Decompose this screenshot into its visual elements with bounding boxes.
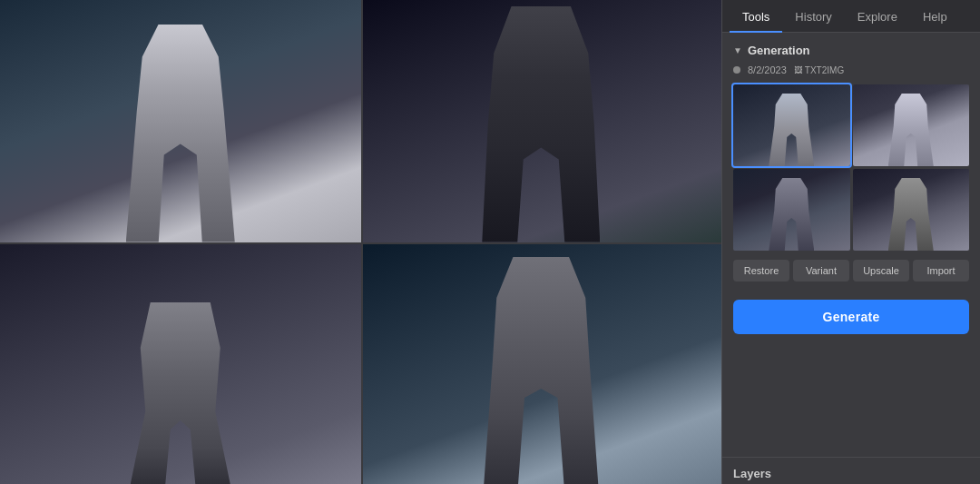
right-panel: Tools History Explore Help ▼ Generation … — [721, 0, 980, 484]
tab-explore[interactable]: Explore — [845, 3, 910, 33]
layers-label: Layers — [733, 467, 771, 480]
meta-dot — [733, 66, 740, 74]
tab-tools[interactable]: Tools — [730, 3, 782, 33]
section-header: ▼ Generation — [733, 44, 969, 57]
canvas-area — [0, 0, 721, 484]
meta-badge: TXT2IMG — [794, 65, 844, 75]
canvas-image-1[interactable] — [0, 0, 361, 242]
generation-title: Generation — [748, 44, 810, 57]
thumbnail-3[interactable] — [733, 169, 850, 251]
canvas-image-3[interactable] — [0, 242, 361, 485]
canvas-image-2[interactable] — [361, 0, 722, 242]
upscale-button[interactable]: Upscale — [853, 260, 909, 282]
variant-button[interactable]: Variant — [793, 260, 849, 282]
thumbnail-1[interactable] — [733, 84, 850, 166]
restore-button[interactable]: Restore — [733, 260, 789, 282]
meta-date: 8/2/2023 — [748, 64, 787, 75]
canvas-image-4[interactable] — [361, 242, 722, 485]
panel-content: ▼ Generation 8/2/2023 TXT2IMG Restore Va… — [722, 33, 980, 457]
generation-section: ▼ Generation 8/2/2023 TXT2IMG Restore Va… — [733, 44, 969, 291]
tab-help[interactable]: Help — [910, 3, 960, 33]
tab-history[interactable]: History — [782, 3, 844, 33]
meta-row: 8/2/2023 TXT2IMG — [733, 64, 969, 75]
thumbnail-4[interactable] — [853, 169, 970, 251]
generate-button[interactable]: Generate — [733, 300, 969, 334]
layers-section: Layers — [722, 457, 980, 484]
chevron-down-icon: ▼ — [733, 45, 742, 55]
thumbnail-grid — [733, 84, 969, 251]
import-button[interactable]: Import — [913, 260, 969, 282]
thumbnail-2[interactable] — [853, 84, 970, 166]
horizontal-separator — [0, 242, 721, 244]
tab-bar: Tools History Explore Help — [722, 0, 980, 33]
action-buttons: Restore Variant Upscale Import — [733, 260, 969, 282]
